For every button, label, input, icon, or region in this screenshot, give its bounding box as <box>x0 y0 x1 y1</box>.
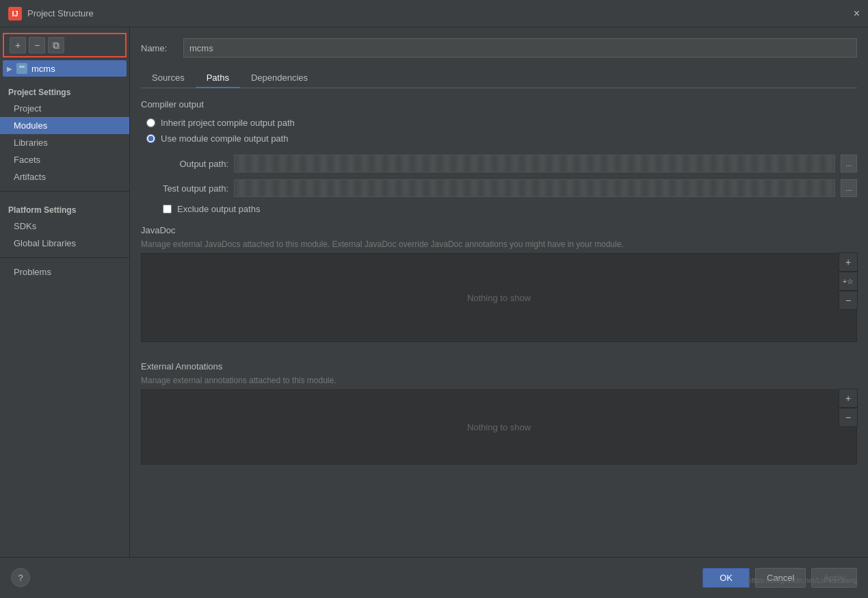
ext-annot-remove-button[interactable]: − <box>839 408 858 427</box>
javadoc-side-buttons: + +☆ − <box>839 252 858 310</box>
tabs-bar: Sources Paths Dependencies <box>141 68 857 88</box>
title-bar-left: IJ Project Structure <box>8 7 94 21</box>
help-button[interactable]: ? <box>11 568 30 587</box>
module-name: mcms <box>31 64 55 74</box>
window-title: Project Structure <box>27 8 94 18</box>
sidebar-item-modules[interactable]: Modules <box>0 117 129 134</box>
tab-paths[interactable]: Paths <box>196 68 240 88</box>
sidebar-divider-2 <box>0 257 129 258</box>
output-path-row: Output path: ... <box>146 155 857 172</box>
sidebar-item-problems[interactable]: Problems <box>0 263 129 281</box>
platform-settings-header: Platform Settings <box>0 197 129 218</box>
sidebar-item-artifacts[interactable]: Artifacts <box>0 168 129 185</box>
radio-group-compiler: Inherit project compile output path Use … <box>146 118 857 144</box>
external-annotations-section: External Annotations Manage external ann… <box>141 361 857 546</box>
main-container: + − ⧉ ▶ mcms Project Settings Project Mo… <box>0 27 868 557</box>
exclude-checkbox-row: Exclude output paths <box>163 204 857 214</box>
module-arrow: ▶ <box>7 65 12 73</box>
javadoc-description: Manage external JavaDocs attached to thi… <box>141 239 857 249</box>
javadoc-add-button[interactable]: + <box>839 252 858 272</box>
name-label: Name: <box>141 43 175 53</box>
radio-inherit[interactable]: Inherit project compile output path <box>146 118 857 128</box>
app-icon: IJ <box>8 7 22 21</box>
name-row: Name: <box>141 38 857 57</box>
ext-annot-add-button[interactable]: + <box>839 389 858 408</box>
external-annotations-description: Manage external annotations attached to … <box>141 376 857 385</box>
external-annotations-panel: Nothing to show <box>141 389 857 465</box>
tab-dependencies[interactable]: Dependencies <box>240 68 319 88</box>
sidebar-item-facets[interactable]: Facets <box>0 151 129 168</box>
output-path-browse-button[interactable]: ... <box>841 155 857 172</box>
sidebar: + − ⧉ ▶ mcms Project Settings Project Mo… <box>0 27 130 557</box>
svg-rect-1 <box>19 66 25 68</box>
radio-inherit-label: Inherit project compile output path <box>161 118 295 128</box>
output-path-label: Output path: <box>146 159 228 169</box>
add-module-button[interactable]: + <box>10 37 26 53</box>
javadoc-panel: Nothing to show <box>141 253 857 342</box>
javadoc-add-alt-button[interactable]: +☆ <box>839 272 858 291</box>
bottom-bar: ? OK Cancel Apply https://blog.csdn.net/… <box>0 557 868 598</box>
radio-use-module[interactable]: Use module compile output path <box>146 133 857 144</box>
external-annotations-header: External Annotations <box>141 361 857 372</box>
javadoc-empty-label: Nothing to show <box>467 293 531 303</box>
tab-sources[interactable]: Sources <box>141 68 196 88</box>
name-input[interactable] <box>183 38 857 57</box>
sidebar-divider <box>0 191 129 192</box>
test-output-path-label: Test output path: <box>146 183 228 194</box>
test-output-path-input[interactable] <box>234 179 835 197</box>
content-area: Name: Sources Paths Dependencies Compile… <box>130 27 868 557</box>
output-path-input[interactable] <box>234 155 835 172</box>
exclude-checkbox-input[interactable] <box>163 205 172 213</box>
remove-module-button[interactable]: − <box>29 37 45 53</box>
javadoc-remove-button[interactable]: − <box>839 291 858 310</box>
close-button[interactable]: × <box>854 8 860 20</box>
javadoc-section: JavaDoc Manage external JavaDocs attache… <box>141 225 857 342</box>
external-annotations-empty-label: Nothing to show <box>467 422 531 432</box>
module-item-mcms[interactable]: ▶ mcms <box>3 60 127 77</box>
sidebar-item-libraries[interactable]: Libraries <box>0 134 129 151</box>
module-toolbar: + − ⧉ <box>3 33 127 57</box>
exclude-checkbox-label: Exclude output paths <box>177 204 260 214</box>
module-icon <box>16 63 27 74</box>
ext-annot-side-buttons: + − <box>839 389 858 427</box>
sidebar-item-global-libraries[interactable]: Global Libraries <box>0 235 129 252</box>
sidebar-item-project[interactable]: Project <box>0 100 129 117</box>
sidebar-item-sdks[interactable]: SDKs <box>0 218 129 235</box>
radio-inherit-input[interactable] <box>146 118 155 127</box>
test-output-path-row: Test output path: ... <box>146 179 857 197</box>
ok-button[interactable]: OK <box>702 568 750 588</box>
compiler-output-label: Compiler output <box>141 99 857 109</box>
title-bar: IJ Project Structure × <box>0 0 868 27</box>
url-watermark: https://blog.csdn.net/LuRenJiang <box>748 576 857 584</box>
javadoc-header: JavaDoc <box>141 225 857 235</box>
radio-use-module-label: Use module compile output path <box>161 133 288 144</box>
test-output-path-browse-button[interactable]: ... <box>841 179 857 197</box>
project-settings-header: Project Settings <box>0 79 129 100</box>
radio-use-module-input[interactable] <box>146 134 155 143</box>
copy-module-button[interactable]: ⧉ <box>48 37 64 53</box>
